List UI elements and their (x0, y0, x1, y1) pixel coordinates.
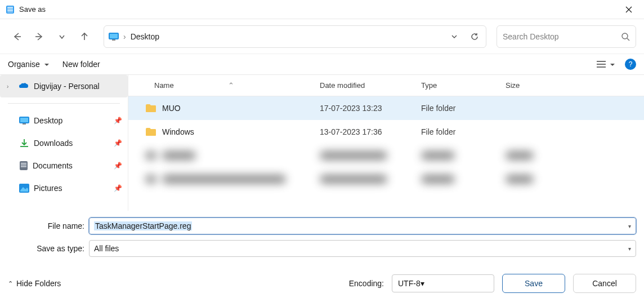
svg-rect-6 (110, 34, 118, 38)
refresh-button[interactable] (467, 29, 482, 45)
sidebar-item-label: Documents (33, 161, 109, 170)
organise-label: Organise (8, 60, 40, 69)
app-icon (6, 5, 15, 14)
svg-rect-15 (21, 166, 26, 167)
column-size[interactable]: Size (506, 81, 562, 90)
savetype-label: Save as type: (8, 244, 89, 253)
save-label: Save (525, 279, 543, 288)
close-button[interactable] (616, 1, 642, 19)
view-button[interactable] (597, 60, 615, 69)
search-icon (621, 32, 630, 41)
pin-icon: 📌 (114, 139, 122, 147)
filename-label: File name: (8, 221, 89, 230)
filename-value: TaskManagerStartPage.reg (94, 221, 192, 230)
svg-rect-13 (21, 163, 26, 164)
chevron-right-icon: › (7, 83, 14, 90)
file-row[interactable]: Windows 13-07-2023 17:36 File folder (128, 120, 644, 144)
encoding-value: UTF-8 (398, 279, 421, 288)
column-label: Name (154, 81, 174, 90)
chevron-down-icon (608, 60, 615, 69)
sidebar-item-account[interactable]: › Digvijay - Personal (0, 75, 128, 97)
onedrive-icon (18, 82, 29, 90)
search-box[interactable] (497, 25, 636, 48)
history-dropdown[interactable] (446, 29, 462, 45)
new-folder-button[interactable]: New folder (62, 60, 100, 69)
new-folder-label: New folder (62, 60, 100, 69)
list-icon (597, 60, 606, 68)
encoding-select[interactable]: UTF-8 ▾ (392, 274, 494, 292)
svg-rect-12 (20, 161, 28, 170)
svg-rect-10 (20, 118, 28, 122)
file-date: 17-07-2023 13:23 (320, 104, 421, 113)
forward-button[interactable] (30, 28, 48, 46)
breadcrumb-separator: › (123, 32, 126, 41)
monitor-icon (19, 116, 29, 125)
svg-point-8 (622, 33, 628, 39)
hide-folders-label: Hide Folders (16, 279, 61, 288)
svg-rect-11 (23, 123, 26, 125)
save-button[interactable]: Save (502, 274, 565, 293)
pin-icon: 📌 (114, 162, 122, 170)
body: › Digvijay - Personal Desktop 📌 Download… (0, 74, 644, 211)
breadcrumb-location[interactable]: Desktop (131, 32, 159, 41)
back-button[interactable] (8, 28, 26, 46)
form: File name: TaskManagerStartPage.reg ▾ Sa… (0, 211, 644, 257)
svg-rect-2 (7, 8, 13, 8)
svg-rect-4 (7, 11, 13, 12)
chevron-down-icon (42, 60, 49, 69)
sidebar: › Digvijay - Personal Desktop 📌 Download… (0, 75, 128, 211)
folder-icon (145, 104, 156, 113)
file-date: 13-07-2023 17:36 (320, 127, 421, 136)
up-button[interactable] (75, 28, 93, 46)
hide-folders-button[interactable]: ⌃ Hide Folders (8, 279, 61, 288)
sidebar-item-documents[interactable]: Documents 📌 (0, 154, 128, 177)
document-icon (19, 161, 28, 171)
sidebar-item-desktop[interactable]: Desktop 📌 (0, 109, 128, 132)
organise-button[interactable]: Organise (8, 60, 49, 69)
cancel-label: Cancel (592, 279, 617, 288)
address-bar[interactable]: › Desktop (104, 25, 486, 48)
pin-icon: 📌 (114, 117, 122, 125)
picture-icon (19, 184, 29, 193)
savetype-select[interactable]: All files ▾ (89, 240, 636, 257)
file-type: File folder (421, 104, 506, 113)
svg-rect-3 (7, 10, 13, 10)
recent-button[interactable] (53, 28, 71, 46)
sort-up-icon: ⌃ (228, 81, 234, 90)
column-headers: Name ⌃ Date modified Type Size (128, 75, 644, 96)
sidebar-item-downloads[interactable]: Downloads 📌 (0, 132, 128, 154)
file-row[interactable]: MUO 17-07-2023 13:23 File folder (128, 96, 644, 120)
sidebar-item-label: Downloads (34, 139, 109, 148)
titlebar: Save as (0, 0, 644, 19)
file-name: Windows (162, 127, 194, 136)
chevron-down-icon[interactable]: ▾ (628, 246, 631, 252)
svg-rect-7 (112, 39, 115, 41)
blurred-row (128, 167, 644, 191)
search-input[interactable] (503, 32, 621, 41)
pin-icon: 📌 (114, 184, 122, 192)
footer: ⌃ Hide Folders Encoding: UTF-8 ▾ Save Ca… (0, 263, 644, 293)
file-type: File folder (421, 127, 506, 136)
column-type[interactable]: Type (421, 81, 506, 90)
column-name[interactable]: Name ⌃ (128, 81, 320, 90)
folder-icon (145, 127, 156, 136)
sidebar-item-pictures[interactable]: Pictures 📌 (0, 177, 128, 199)
chevron-down-icon[interactable]: ▾ (628, 223, 631, 229)
nav-row: › Desktop (0, 19, 644, 54)
svg-rect-14 (21, 165, 26, 166)
savetype-value: All files (94, 244, 119, 253)
chevron-down-icon[interactable]: ▾ (421, 279, 424, 288)
monitor-icon (109, 32, 119, 41)
sidebar-separator (8, 103, 120, 104)
file-name: MUO (162, 104, 181, 113)
column-date[interactable]: Date modified (320, 81, 421, 90)
sidebar-item-label: Pictures (34, 184, 109, 193)
sidebar-item-label: Digvijay - Personal (34, 82, 122, 91)
window-title: Save as (19, 5, 616, 14)
encoding-label: Encoding: (349, 279, 384, 288)
cancel-button[interactable]: Cancel (573, 274, 636, 293)
help-button[interactable]: ? (625, 59, 636, 70)
sidebar-item-label: Desktop (34, 116, 109, 125)
toolbar: Organise New folder ? (0, 54, 644, 74)
filename-input[interactable]: TaskManagerStartPage.reg ▾ (89, 217, 636, 234)
